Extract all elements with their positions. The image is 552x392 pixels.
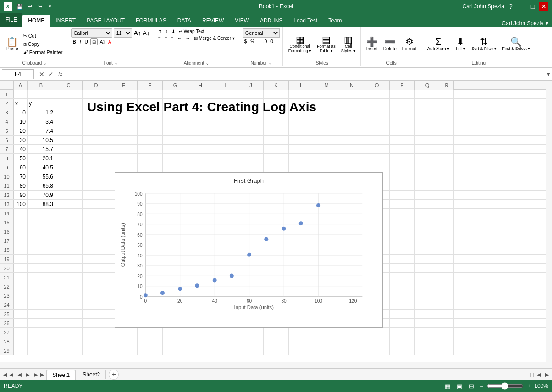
cell-Q22[interactable] xyxy=(415,282,440,291)
cell-A14[interactable] xyxy=(14,209,28,218)
sheet-nav-next-button[interactable]: ► xyxy=(25,371,31,378)
col-header-b[interactable]: B xyxy=(28,81,55,90)
cell-K8[interactable] xyxy=(264,154,289,163)
tab-loadtest[interactable]: Load Test xyxy=(288,15,323,27)
cell-B9[interactable]: 40.5 xyxy=(28,163,55,172)
cell-O7[interactable] xyxy=(364,145,390,153)
cell-J27[interactable] xyxy=(238,328,264,337)
cell-P9[interactable] xyxy=(390,163,415,172)
cell-C20[interactable] xyxy=(55,264,83,272)
cell-R19[interactable] xyxy=(440,255,454,263)
cell-G6[interactable] xyxy=(163,136,188,144)
cell-P16[interactable] xyxy=(390,227,415,236)
formula-expand-icon[interactable]: ▾ xyxy=(547,71,550,77)
cell-A8[interactable]: 50 xyxy=(14,154,28,163)
fill-color-button[interactable]: A⃝ xyxy=(99,39,106,45)
cell-A27[interactable] xyxy=(14,328,28,337)
col-header-f[interactable]: F xyxy=(138,81,163,90)
find-select-button[interactable]: 🔍 Find & Select ▾ xyxy=(500,36,532,52)
horizontal-scrollbar[interactable] xyxy=(0,362,546,368)
view-page-break-button[interactable]: ⊟ xyxy=(466,381,476,391)
tab-review[interactable]: REVIEW xyxy=(197,15,229,27)
cell-B7[interactable]: 15.7 xyxy=(28,145,55,153)
cell-M5[interactable] xyxy=(314,126,339,135)
cell-P4[interactable] xyxy=(390,117,415,126)
cell-C10[interactable] xyxy=(55,172,83,181)
cell-L27[interactable] xyxy=(289,328,314,337)
cell-C8[interactable] xyxy=(55,154,83,163)
minimize-button[interactable]: — xyxy=(517,2,526,11)
cell-C28[interactable] xyxy=(55,337,83,346)
cell-P18[interactable] xyxy=(390,245,415,254)
cell-Q6[interactable] xyxy=(415,136,440,144)
cell-D6[interactable] xyxy=(83,136,110,144)
cell-B13[interactable]: 88.3 xyxy=(28,200,55,208)
cell-A2[interactable]: x xyxy=(14,99,28,108)
cell-A17[interactable] xyxy=(14,236,28,245)
cell-H5[interactable] xyxy=(188,126,213,135)
cell-R4[interactable] xyxy=(440,117,454,126)
delete-cells-button[interactable]: ➖ Delete xyxy=(381,36,398,52)
cell-B29[interactable] xyxy=(28,346,55,355)
cell-B28[interactable] xyxy=(28,337,55,346)
cell-Q17[interactable] xyxy=(415,236,440,245)
cell-R29[interactable] xyxy=(440,346,454,355)
formula-cancel-button[interactable]: ✕ xyxy=(38,71,45,78)
cell-C13[interactable] xyxy=(55,200,83,208)
sheet-tab-sheet1[interactable]: Sheet1 xyxy=(46,370,76,380)
view-page-layout-button[interactable]: ▣ xyxy=(454,381,464,391)
cell-R9[interactable] xyxy=(440,163,454,172)
cell-K5[interactable] xyxy=(264,126,289,135)
cell-C18[interactable] xyxy=(55,245,83,254)
cell-R24[interactable] xyxy=(440,300,454,309)
cell-H28[interactable] xyxy=(188,337,213,346)
cell-Q11[interactable] xyxy=(415,181,440,190)
cell-C6[interactable] xyxy=(55,136,83,144)
cell-A26[interactable] xyxy=(14,319,28,327)
cell-G29[interactable] xyxy=(163,346,188,355)
cell-E7[interactable] xyxy=(110,145,138,153)
cell-Q2[interactable] xyxy=(415,99,440,108)
cell-F29[interactable] xyxy=(138,346,163,355)
cell-F6[interactable] xyxy=(138,136,163,144)
cell-O1[interactable] xyxy=(364,90,390,98)
cell-B6[interactable]: 10.5 xyxy=(28,136,55,144)
maximize-button[interactable]: □ xyxy=(528,2,537,11)
cell-R7[interactable] xyxy=(440,145,454,153)
cell-E8[interactable] xyxy=(110,154,138,163)
cell-A21[interactable] xyxy=(14,273,28,282)
cell-N5[interactable] xyxy=(339,126,364,135)
autosum-button[interactable]: Σ AutoSum ▾ xyxy=(425,36,451,52)
cell-H27[interactable] xyxy=(188,328,213,337)
cell-P8[interactable] xyxy=(390,154,415,163)
qa-dropdown-button[interactable]: ▾ xyxy=(46,2,54,11)
cell-A7[interactable]: 40 xyxy=(14,145,28,153)
cell-P24[interactable] xyxy=(390,300,415,309)
cell-D25[interactable] xyxy=(83,310,110,318)
cell-Q20[interactable] xyxy=(415,264,440,272)
cell-Q7[interactable] xyxy=(415,145,440,153)
cell-M1[interactable] xyxy=(314,90,339,98)
cell-styles-button[interactable]: ▥ CellStyles ▾ xyxy=(339,34,358,54)
cell-J7[interactable] xyxy=(238,145,264,153)
cell-C7[interactable] xyxy=(55,145,83,153)
cell-Q23[interactable] xyxy=(415,291,440,300)
tab-page-layout[interactable]: PAGE LAYOUT xyxy=(81,15,130,27)
cell-B4[interactable]: 3.4 xyxy=(28,117,55,126)
cell-L9[interactable] xyxy=(289,163,314,172)
cell-B15[interactable] xyxy=(28,218,55,227)
cell-B21[interactable] xyxy=(28,273,55,282)
cell-M3[interactable] xyxy=(314,108,339,117)
cell-D15[interactable] xyxy=(83,218,110,227)
percent-button[interactable]: % xyxy=(249,38,256,44)
cell-A6[interactable]: 30 xyxy=(14,136,28,144)
cell-J9[interactable] xyxy=(238,163,264,172)
cell-P23[interactable] xyxy=(390,291,415,300)
cell-D4[interactable] xyxy=(83,117,110,126)
cell-P6[interactable] xyxy=(390,136,415,144)
dec-dec-button[interactable]: 0. xyxy=(269,38,276,44)
cell-C14[interactable] xyxy=(55,209,83,218)
cell-K7[interactable] xyxy=(264,145,289,153)
tab-home[interactable]: HOME xyxy=(22,15,50,27)
wrap-text-button[interactable]: ↵ Wrap Text xyxy=(177,28,205,34)
